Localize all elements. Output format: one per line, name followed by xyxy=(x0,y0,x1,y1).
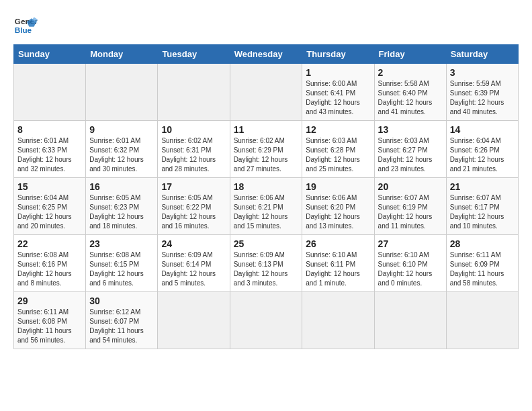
header-thursday: Thursday xyxy=(302,45,374,64)
day-cell-13: 13 Sunrise: 6:03 AMSunset: 6:27 PMDaylig… xyxy=(374,121,446,178)
day-number: 24 xyxy=(161,238,226,249)
empty-cell xyxy=(374,292,446,349)
header-sunday: Sunday xyxy=(14,45,86,64)
day-number: 25 xyxy=(234,238,299,249)
day-number: 21 xyxy=(450,181,515,192)
logo-icon: General Blue xyxy=(13,13,38,38)
day-number: 16 xyxy=(89,181,154,192)
day-cell-10: 10 Sunrise: 6:02 AMSunset: 6:31 PMDaylig… xyxy=(158,121,230,178)
day-info: Sunrise: 6:02 AMSunset: 6:29 PMDaylight:… xyxy=(234,136,299,174)
day-cell-12: 12 Sunrise: 6:03 AMSunset: 6:28 PMDaylig… xyxy=(302,121,374,178)
day-number: 1 xyxy=(306,67,370,78)
day-info: Sunrise: 6:04 AMSunset: 6:25 PMDaylight:… xyxy=(17,193,82,231)
day-info: Sunrise: 6:11 AMSunset: 6:09 PMDaylight:… xyxy=(450,250,515,288)
day-info: Sunrise: 6:01 AMSunset: 6:32 PMDaylight:… xyxy=(89,136,154,174)
day-info: Sunrise: 6:09 AMSunset: 6:14 PMDaylight:… xyxy=(161,250,226,288)
day-info: Sunrise: 6:05 AMSunset: 6:23 PMDaylight:… xyxy=(89,193,154,231)
day-info: Sunrise: 6:00 AMSunset: 6:41 PMDaylight:… xyxy=(306,79,370,117)
empty-cell xyxy=(14,64,86,121)
day-number: 13 xyxy=(378,124,443,135)
day-cell-16: 16 Sunrise: 6:05 AMSunset: 6:23 PMDaylig… xyxy=(86,178,158,235)
day-number: 30 xyxy=(89,295,154,306)
day-cell-8: 8 Sunrise: 6:01 AMSunset: 6:33 PMDayligh… xyxy=(14,121,86,178)
calendar-week-3: 15 Sunrise: 6:04 AMSunset: 6:25 PMDaylig… xyxy=(14,178,519,235)
day-number: 26 xyxy=(306,238,370,249)
calendar-body: 1 Sunrise: 6:00 AMSunset: 6:41 PMDayligh… xyxy=(14,64,519,349)
header-friday: Friday xyxy=(374,45,446,64)
day-info: Sunrise: 6:07 AMSunset: 6:17 PMDaylight:… xyxy=(450,193,515,231)
empty-cell xyxy=(302,292,374,349)
day-cell-28: 28 Sunrise: 6:11 AMSunset: 6:09 PMDaylig… xyxy=(446,235,518,292)
day-number: 11 xyxy=(234,124,299,135)
day-info: Sunrise: 6:04 AMSunset: 6:26 PMDaylight:… xyxy=(450,136,515,174)
day-number: 23 xyxy=(89,238,154,249)
calendar-week-4: 22 Sunrise: 6:08 AMSunset: 6:16 PMDaylig… xyxy=(14,235,519,292)
day-number: 14 xyxy=(450,124,515,135)
logo: General Blue xyxy=(13,13,38,38)
calendar-table: SundayMondayTuesdayWednesdayThursdayFrid… xyxy=(13,44,519,349)
day-cell-20: 20 Sunrise: 6:07 AMSunset: 6:19 PMDaylig… xyxy=(374,178,446,235)
calendar-header-row: SundayMondayTuesdayWednesdayThursdayFrid… xyxy=(14,45,519,64)
day-number: 18 xyxy=(234,181,299,192)
day-number: 10 xyxy=(161,124,226,135)
day-number: 12 xyxy=(306,124,370,135)
day-number: 28 xyxy=(450,238,515,249)
empty-cell xyxy=(446,292,518,349)
calendar-week-2: 8 Sunrise: 6:01 AMSunset: 6:33 PMDayligh… xyxy=(14,121,519,178)
day-cell-30: 30 Sunrise: 6:12 AMSunset: 6:07 PMDaylig… xyxy=(86,292,158,349)
empty-cell xyxy=(158,292,230,349)
day-info: Sunrise: 6:01 AMSunset: 6:33 PMDaylight:… xyxy=(17,136,82,174)
day-info: Sunrise: 6:07 AMSunset: 6:19 PMDaylight:… xyxy=(378,193,443,231)
day-info: Sunrise: 6:08 AMSunset: 6:15 PMDaylight:… xyxy=(89,250,154,288)
empty-cell xyxy=(86,64,158,121)
day-cell-2: 2 Sunrise: 5:58 AMSunset: 6:40 PMDayligh… xyxy=(374,64,446,121)
day-info: Sunrise: 5:59 AMSunset: 6:39 PMDaylight:… xyxy=(450,79,515,117)
day-cell-19: 19 Sunrise: 6:06 AMSunset: 6:20 PMDaylig… xyxy=(302,178,374,235)
calendar-week-5: 29 Sunrise: 6:11 AMSunset: 6:08 PMDaylig… xyxy=(14,292,519,349)
day-cell-26: 26 Sunrise: 6:10 AMSunset: 6:11 PMDaylig… xyxy=(302,235,374,292)
day-cell-29: 29 Sunrise: 6:11 AMSunset: 6:08 PMDaylig… xyxy=(14,292,86,349)
day-cell-17: 17 Sunrise: 6:05 AMSunset: 6:22 PMDaylig… xyxy=(158,178,230,235)
day-cell-18: 18 Sunrise: 6:06 AMSunset: 6:21 PMDaylig… xyxy=(230,178,302,235)
header-monday: Monday xyxy=(86,45,158,64)
day-number: 3 xyxy=(450,67,515,78)
day-info: Sunrise: 6:11 AMSunset: 6:08 PMDaylight:… xyxy=(17,308,82,345)
page-header: General Blue xyxy=(13,13,519,38)
day-cell-1: 1 Sunrise: 6:00 AMSunset: 6:41 PMDayligh… xyxy=(302,64,374,121)
day-cell-27: 27 Sunrise: 6:10 AMSunset: 6:10 PMDaylig… xyxy=(374,235,446,292)
day-cell-24: 24 Sunrise: 6:09 AMSunset: 6:14 PMDaylig… xyxy=(158,235,230,292)
day-number: 29 xyxy=(17,295,82,306)
day-info: Sunrise: 6:09 AMSunset: 6:13 PMDaylight:… xyxy=(234,250,299,288)
day-info: Sunrise: 6:06 AMSunset: 6:21 PMDaylight:… xyxy=(234,193,299,231)
day-info: Sunrise: 6:12 AMSunset: 6:07 PMDaylight:… xyxy=(89,308,154,345)
empty-cell xyxy=(230,64,302,121)
day-number: 20 xyxy=(378,181,443,192)
day-number: 22 xyxy=(17,238,82,249)
day-number: 9 xyxy=(89,124,154,135)
day-number: 2 xyxy=(378,67,443,78)
day-cell-25: 25 Sunrise: 6:09 AMSunset: 6:13 PMDaylig… xyxy=(230,235,302,292)
day-cell-21: 21 Sunrise: 6:07 AMSunset: 6:17 PMDaylig… xyxy=(446,178,518,235)
day-info: Sunrise: 6:03 AMSunset: 6:27 PMDaylight:… xyxy=(378,136,443,174)
day-info: Sunrise: 6:05 AMSunset: 6:22 PMDaylight:… xyxy=(161,193,226,231)
day-number: 19 xyxy=(306,181,370,192)
day-cell-9: 9 Sunrise: 6:01 AMSunset: 6:32 PMDayligh… xyxy=(86,121,158,178)
header-tuesday: Tuesday xyxy=(158,45,230,64)
day-number: 17 xyxy=(161,181,226,192)
day-info: Sunrise: 6:02 AMSunset: 6:31 PMDaylight:… xyxy=(161,136,226,174)
empty-cell xyxy=(230,292,302,349)
day-info: Sunrise: 6:06 AMSunset: 6:20 PMDaylight:… xyxy=(306,193,370,231)
day-cell-14: 14 Sunrise: 6:04 AMSunset: 6:26 PMDaylig… xyxy=(446,121,518,178)
calendar-week-1: 1 Sunrise: 6:00 AMSunset: 6:41 PMDayligh… xyxy=(14,64,519,121)
day-info: Sunrise: 6:10 AMSunset: 6:10 PMDaylight:… xyxy=(378,250,443,288)
day-cell-23: 23 Sunrise: 6:08 AMSunset: 6:15 PMDaylig… xyxy=(86,235,158,292)
day-number: 27 xyxy=(378,238,443,249)
day-cell-11: 11 Sunrise: 6:02 AMSunset: 6:29 PMDaylig… xyxy=(230,121,302,178)
day-info: Sunrise: 6:03 AMSunset: 6:28 PMDaylight:… xyxy=(306,136,370,174)
day-info: Sunrise: 5:58 AMSunset: 6:40 PMDaylight:… xyxy=(378,79,443,117)
empty-cell xyxy=(158,64,230,121)
day-info: Sunrise: 6:10 AMSunset: 6:11 PMDaylight:… xyxy=(306,250,370,288)
day-number: 8 xyxy=(17,124,82,135)
day-number: 15 xyxy=(17,181,82,192)
header-wednesday: Wednesday xyxy=(230,45,302,64)
